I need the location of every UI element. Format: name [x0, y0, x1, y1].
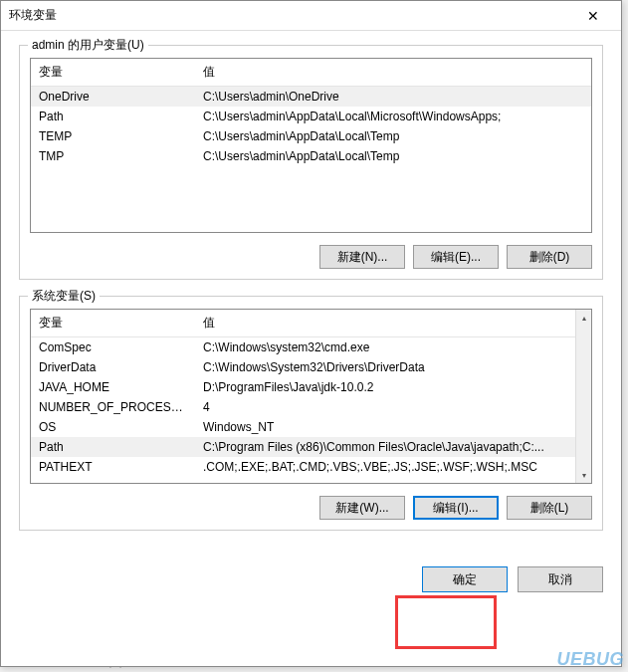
ok-button[interactable]: 确定	[422, 566, 508, 592]
sys-vars-table: 变量 值 ComSpec C:\Windows\system32\cmd.exe…	[31, 310, 575, 477]
user-vars-buttons: 新建(N)... 编辑(E)... 删除(D)	[30, 245, 592, 269]
scroll-up-icon[interactable]: ▴	[576, 310, 591, 326]
col-header-val[interactable]: 值	[195, 310, 575, 337]
table-row[interactable]: JAVA_HOME D:\ProgramFiles\Java\jdk-10.0.…	[31, 377, 575, 397]
close-button[interactable]: ✕	[573, 2, 613, 30]
user-vars-legend: admin 的用户变量(U)	[28, 37, 148, 54]
sys-vars-buttons: 新建(W)... 编辑(I)... 删除(L)	[30, 496, 592, 520]
sys-vars-table-wrap[interactable]: 变量 值 ComSpec C:\Windows\system32\cmd.exe…	[30, 309, 592, 484]
table-row[interactable]: ComSpec C:\Windows\system32\cmd.exe	[31, 337, 575, 358]
scrollbar[interactable]: ▴ ▾	[575, 310, 591, 483]
cancel-button[interactable]: 取消	[518, 566, 603, 592]
sys-delete-button[interactable]: 删除(L)	[507, 496, 592, 520]
window-title: 环境变量	[9, 7, 573, 24]
titlebar: 环境变量 ✕	[1, 1, 621, 31]
user-edit-button[interactable]: 编辑(E)...	[413, 245, 499, 269]
col-header-var[interactable]: 变量	[31, 310, 195, 337]
scroll-down-icon[interactable]: ▾	[576, 467, 591, 483]
sys-vars-group: 系统变量(S) 变量 值 ComSpec C:\Windows\system32…	[19, 296, 603, 531]
close-icon: ✕	[587, 8, 599, 24]
table-row[interactable]: NUMBER_OF_PROCESSORS 4	[31, 397, 575, 417]
table-row[interactable]: PATHEXT .COM;.EXE;.BAT;.CMD;.VBS;.VBE;.J…	[31, 457, 575, 477]
sys-edit-button[interactable]: 编辑(I)...	[413, 496, 499, 520]
user-delete-button[interactable]: 删除(D)	[507, 245, 592, 269]
table-row[interactable]: DriverData C:\Windows\System32\Drivers\D…	[31, 357, 575, 377]
env-vars-dialog: 环境变量 ✕ admin 的用户变量(U) 变量 值 One	[0, 0, 622, 667]
col-header-val[interactable]: 值	[195, 59, 591, 87]
dialog-buttons: 确定 取消	[1, 560, 621, 592]
table-row[interactable]: OneDrive C:\Users\admin\OneDrive	[31, 87, 591, 108]
table-row[interactable]: TMP C:\Users\admin\AppData\Local\Temp	[31, 146, 591, 166]
user-vars-group: admin 的用户变量(U) 变量 值 OneDrive C:\Users\ad…	[19, 45, 603, 280]
table-row[interactable]: Path C:\Program Files (x86)\Common Files…	[31, 437, 575, 457]
table-row[interactable]: TEMP C:\Users\admin\AppData\Local\Temp	[31, 126, 591, 146]
sys-new-button[interactable]: 新建(W)...	[319, 496, 405, 520]
table-row[interactable]: OS Windows_NT	[31, 417, 575, 437]
user-new-button[interactable]: 新建(N)...	[319, 245, 405, 269]
user-vars-table-wrap[interactable]: 变量 值 OneDrive C:\Users\admin\OneDrive Pa…	[30, 58, 592, 233]
col-header-var[interactable]: 变量	[31, 59, 195, 87]
table-row[interactable]: Path C:\Users\admin\AppData\Local\Micros…	[31, 107, 591, 126]
user-vars-table: 变量 值 OneDrive C:\Users\admin\OneDrive Pa…	[31, 59, 591, 166]
sys-vars-legend: 系统变量(S)	[28, 288, 100, 305]
